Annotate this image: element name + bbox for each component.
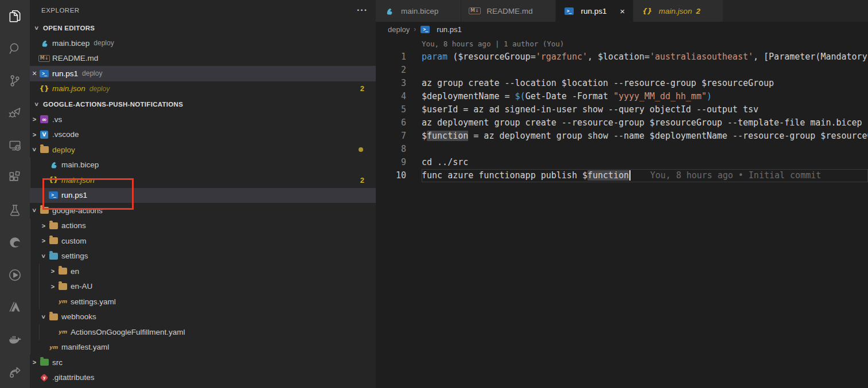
code-line-text[interactable]: param ($resourceGroup='rgazfunc', $locat…	[422, 50, 868, 64]
line-number[interactable]: 2	[376, 64, 422, 77]
line-number[interactable]: 5	[376, 103, 422, 116]
open-editors-section-header[interactable]: > OPEN EDITORS	[30, 20, 376, 36]
line-number[interactable]: 10	[376, 169, 422, 182]
tree-item[interactable]: >actions	[30, 218, 376, 234]
tree-item[interactable]: >custom	[30, 233, 376, 249]
folder-icon	[48, 237, 59, 244]
code-line[interactable]: 10func azure functionapp publish $functi…	[376, 169, 868, 182]
code-line[interactable]: 1param ($resourceGroup='rgazfunc', $loca…	[376, 50, 868, 64]
gitlens-authors-lens[interactable]: You, 8 hours ago | 1 author (You)	[376, 37, 868, 50]
tree-item[interactable]: ymActionsOnGoogleFulfillment.yaml	[30, 324, 376, 340]
open-editor-item[interactable]: M↓README.md	[30, 51, 376, 66]
code-line[interactable]: 6az deployment group create --resource-g…	[376, 116, 868, 130]
bicep-icon	[39, 39, 49, 48]
line-number[interactable]: 1	[376, 50, 422, 64]
breadcrumb[interactable]: deploy › >_run.ps1	[376, 22, 868, 37]
line-number[interactable]: 7	[376, 130, 422, 143]
editor-tab[interactable]: main.bicep	[376, 0, 461, 22]
open-editor-item[interactable]: {}main.jsondeploy2	[30, 81, 376, 97]
tree-item[interactable]: y	[30, 385, 376, 388]
line-number[interactable]: 9	[376, 156, 422, 169]
editor-tab[interactable]: >_run.ps1×	[556, 0, 634, 22]
code-line[interactable]: 9cd ../src	[376, 156, 868, 169]
tree-item[interactable]: >en-AU	[30, 279, 376, 295]
folder-icon	[57, 283, 68, 290]
code-token: $deploymentName =	[422, 91, 515, 101]
extensions-icon[interactable]	[0, 162, 30, 194]
code-line-text[interactable]: $deploymentName = $(Get-Date -Format "yy…	[422, 90, 868, 103]
code-line-text[interactable]: cd ../src	[422, 156, 868, 169]
code-line-text[interactable]: az group create --location $location --r…	[422, 77, 868, 90]
tree-item[interactable]: >webhooks	[30, 309, 376, 325]
line-number[interactable]: 4	[376, 90, 422, 103]
open-editor-item[interactable]: ×>_run.ps1deploy	[30, 66, 376, 81]
chevron-right-icon: >	[39, 237, 48, 244]
explorer-icon[interactable]	[0, 0, 30, 32]
remote-explorer-icon[interactable]	[0, 130, 30, 162]
line-number[interactable]: 3	[376, 77, 422, 90]
breadcrumb-file[interactable]: >_run.ps1	[420, 25, 461, 34]
testing-icon[interactable]	[0, 194, 30, 226]
search-icon[interactable]	[0, 32, 30, 64]
tree-item[interactable]: >_run.ps1	[30, 188, 376, 203]
code-line-text[interactable]	[422, 64, 868, 77]
code-line[interactable]: 3az group create --location $location --…	[376, 77, 868, 90]
chevron-right-icon: >	[30, 131, 39, 138]
code-token: $	[582, 170, 587, 181]
code-line[interactable]: 5$userId = az ad signed-in-user show --q…	[376, 103, 868, 116]
code-token: Get-Date -Format	[526, 91, 614, 101]
close-icon[interactable]: ×	[620, 6, 625, 16]
indent-guide	[30, 264, 39, 279]
code-line-text[interactable]: $userId = az ad signed-in-user show --qu…	[422, 103, 868, 116]
file-path-description: deploy	[94, 39, 114, 47]
line-number[interactable]: 8	[376, 143, 422, 156]
edge-browser-icon[interactable]	[0, 226, 30, 258]
chevron-right-icon: >	[30, 359, 39, 366]
tree-item[interactable]: ymsettings.yaml	[30, 294, 376, 309]
tree-item[interactable]: main.bicep	[30, 158, 376, 173]
line-number[interactable]: 6	[376, 116, 422, 130]
run-and-debug-icon[interactable]	[0, 97, 30, 129]
tree-item[interactable]: >google-actions	[30, 203, 376, 218]
live-preview-icon[interactable]	[0, 258, 30, 291]
chevron-right-icon: >	[48, 268, 57, 275]
code-editor[interactable]: You, 8 hours ago | 1 author (You) 1param…	[376, 37, 868, 388]
tree-item-label: manifest.yaml	[61, 343, 109, 351]
tree-item[interactable]: >∞.vs	[30, 112, 376, 127]
tree-item-label: en-AU	[71, 282, 92, 291]
code-line[interactable]: 8	[376, 143, 868, 156]
close-icon[interactable]: ×	[30, 69, 39, 78]
code-line[interactable]: 4$deploymentName = $(Get-Date -Format "y…	[376, 90, 868, 103]
azure-icon[interactable]	[0, 291, 30, 323]
workspace-section-header[interactable]: > GOOGLE-ACTIONS-PUSH-NOTIFICATIONS	[30, 96, 376, 112]
code-token: , $location=	[587, 52, 649, 62]
code-line[interactable]: 7$function = az deployment group show --…	[376, 130, 868, 143]
yaml-icon: ym	[57, 299, 68, 304]
editor-tab[interactable]: M↓README.md	[461, 0, 555, 22]
code-line-text[interactable]: $function = az deployment group show --n…	[422, 130, 868, 143]
open-editor-item[interactable]: main.bicepdeploy	[30, 36, 376, 51]
tree-item[interactable]: >en	[30, 264, 376, 279]
tree-item[interactable]: >deploy	[30, 142, 376, 158]
folder-settings-icon	[48, 253, 59, 260]
folder-src-icon	[39, 359, 49, 366]
code-line-text[interactable]: func azure functionapp publish $function…	[422, 169, 868, 182]
editor-tab[interactable]: {}main.json2	[633, 0, 723, 22]
breadcrumb-folder[interactable]: deploy	[388, 25, 410, 34]
code-token: )	[707, 91, 712, 101]
code-line[interactable]: 2	[376, 64, 868, 77]
share-icon[interactable]	[0, 356, 30, 388]
docker-icon[interactable]	[0, 323, 30, 355]
tree-item[interactable]: >settings	[30, 249, 376, 264]
views-and-more-actions-icon[interactable]: ···	[357, 7, 368, 13]
code-line-text[interactable]: az deployment group create --resource-gr…	[422, 116, 868, 130]
tree-item[interactable]: >src	[30, 355, 376, 370]
tree-item[interactable]: ymmanifest.yaml	[30, 340, 376, 355]
tree-item[interactable]: {}main.json2	[30, 173, 376, 188]
tree-item[interactable]: y.gitattributes	[30, 370, 376, 386]
tree-item[interactable]: >V.vscode	[30, 127, 376, 143]
code-line-text[interactable]	[422, 143, 868, 156]
indent-guide	[30, 249, 39, 264]
tree-item-label: actions	[61, 221, 86, 230]
source-control-icon[interactable]	[0, 65, 30, 97]
